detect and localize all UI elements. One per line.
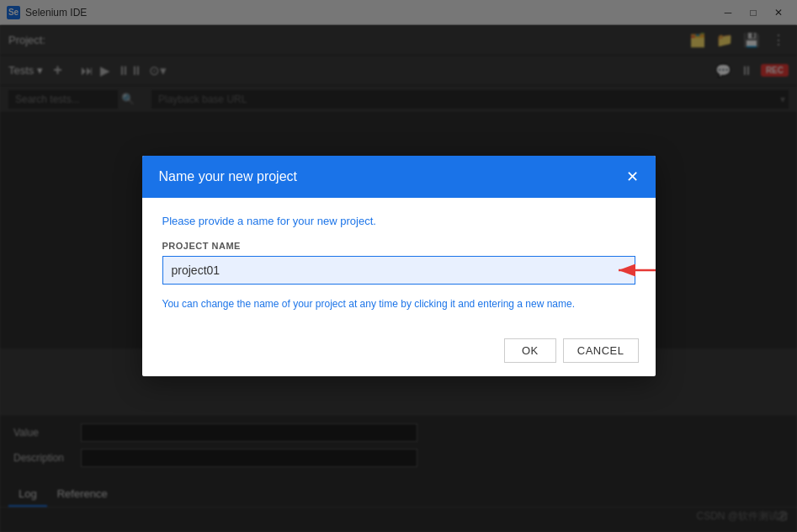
dialog-description: Please provide a name for your new proje… bbox=[162, 215, 635, 227]
dialog-footer: OK CANCEL bbox=[142, 328, 656, 376]
dialog-title: Name your new project bbox=[159, 169, 298, 184]
dialog-hint: You can change the name of your project … bbox=[162, 296, 635, 311]
dialog: Name your new project ✕ Please provide a… bbox=[142, 156, 656, 376]
dialog-header: Name your new project ✕ bbox=[142, 156, 656, 198]
arrow-indicator bbox=[610, 258, 656, 283]
project-name-input[interactable] bbox=[162, 256, 635, 285]
cancel-button[interactable]: CANCEL bbox=[563, 338, 639, 363]
ok-button[interactable]: OK bbox=[504, 338, 556, 363]
modal-overlay: Name your new project ✕ Please provide a… bbox=[0, 0, 797, 532]
field-label: PROJECT NAME bbox=[162, 241, 635, 251]
dialog-close-button[interactable]: ✕ bbox=[626, 169, 639, 184]
dialog-body: Please provide a name for your new proje… bbox=[142, 198, 656, 328]
